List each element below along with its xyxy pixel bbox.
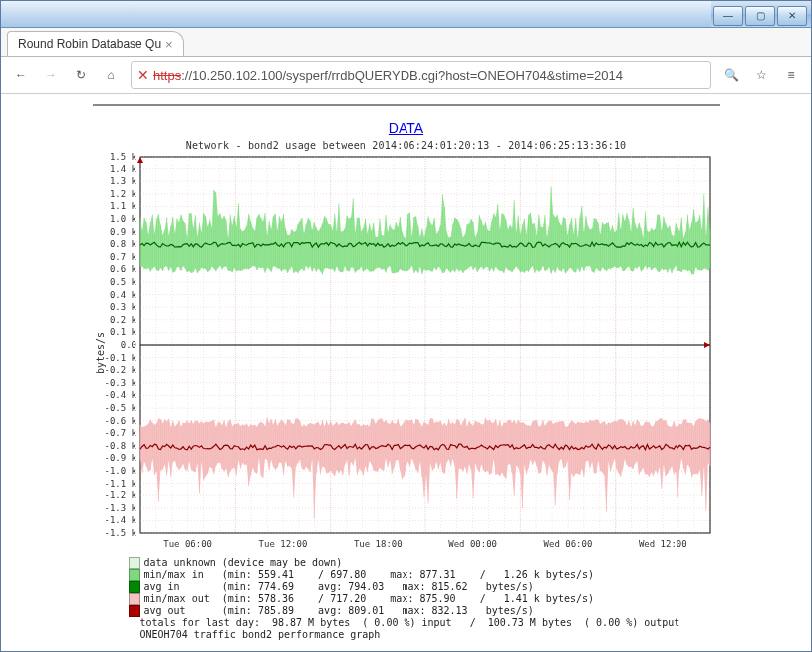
svg-text:0.6 k: 0.6 k [109, 264, 136, 274]
legend-swatch [129, 581, 140, 593]
chart-title: Network - bond2 usage between 2014:06:24… [93, 138, 720, 151]
svg-text:-1.2 k: -1.2 k [104, 490, 136, 500]
legend-line: totals for last day: 98.87 M bytes ( 0.0… [129, 617, 720, 629]
reload-button[interactable]: ↻ [71, 65, 91, 85]
svg-text:-0.3 k: -0.3 k [104, 378, 136, 388]
svg-text:1.3 k: 1.3 k [109, 176, 136, 186]
menu-icon[interactable]: ≡ [781, 65, 801, 85]
top-rule [93, 104, 720, 106]
browser-toolbar: ← → ↻ ⌂ ✕ https ://10.250.102.100/sysper… [1, 57, 811, 94]
legend-line: data unknown (device may be down) [129, 557, 720, 569]
svg-text:Wed 06:00: Wed 06:00 [543, 539, 592, 549]
legend-line: ONEOH704 traffic bond2 performance graph [129, 629, 720, 641]
svg-text:-0.1 k: -0.1 k [104, 353, 136, 363]
svg-text:1.2 k: 1.2 k [109, 189, 136, 199]
data-link[interactable]: DATA [389, 120, 423, 136]
tab-strip: Round Robin Database Qu × [1, 28, 811, 57]
svg-text:-1.0 k: -1.0 k [104, 466, 136, 476]
legend-swatch [129, 593, 140, 605]
svg-text:-0.8 k: -0.8 k [104, 441, 136, 451]
svg-text:Tue 06:00: Tue 06:00 [163, 539, 212, 549]
svg-text:0.7 k: 0.7 k [109, 252, 136, 262]
svg-text:0.9 k: 0.9 k [109, 227, 136, 237]
legend-text: totals for last day: 98.87 M bytes ( 0.0… [129, 617, 680, 628]
svg-text:Wed 00:00: Wed 00:00 [448, 539, 497, 549]
svg-text:0.4 k: 0.4 k [109, 290, 136, 300]
svg-text:-1.3 k: -1.3 k [104, 503, 136, 513]
svg-text:-1.1 k: -1.1 k [104, 479, 136, 489]
url-rest: ://10.250.102.100/sysperf/rrdbQUERYDB.cg… [181, 68, 623, 83]
svg-text:1.0 k: 1.0 k [109, 214, 136, 224]
svg-text:1.5 k: 1.5 k [109, 153, 136, 162]
svg-text:1.1 k: 1.1 k [109, 201, 136, 211]
tab-rrdb[interactable]: Round Robin Database Qu × [7, 31, 184, 56]
window-close-button[interactable]: ✕ [777, 6, 807, 26]
svg-text:-0.5 k: -0.5 k [104, 403, 136, 413]
legend-line: avg in (min: 774.69 avg: 794.03 max: 815… [129, 581, 720, 593]
svg-text:-0.2 k: -0.2 k [104, 365, 136, 375]
svg-text:0.1 k: 0.1 k [109, 327, 136, 337]
window-maximize-button[interactable]: ▢ [745, 6, 775, 26]
svg-text:0.3 k: 0.3 k [109, 302, 136, 312]
y-axis-label: bytes/s [94, 332, 105, 374]
svg-text:0.5 k: 0.5 k [109, 277, 136, 287]
bookmark-icon[interactable]: ☆ [751, 65, 771, 85]
svg-text:-0.9 k: -0.9 k [104, 453, 136, 463]
legend-text: avg in (min: 774.69 avg: 794.03 max: 815… [144, 581, 534, 592]
legend-line: min/max in (min: 559.41 / 697.80 max: 87… [129, 569, 720, 581]
svg-text:0.0: 0.0 [120, 340, 135, 350]
back-button[interactable]: ← [11, 65, 31, 85]
legend-line: avg out (min: 785.89 avg: 809.01 max: 83… [129, 605, 720, 617]
svg-text:Tue 18:00: Tue 18:00 [353, 539, 402, 549]
legend-text: min/max in (min: 559.41 / 697.80 max: 87… [144, 569, 595, 580]
window-minimize-button[interactable]: — [713, 6, 743, 26]
svg-text:-1.5 k: -1.5 k [104, 528, 136, 538]
svg-text:0.2 k: 0.2 k [109, 315, 136, 325]
legend-swatch [129, 557, 140, 569]
legend-text: avg out (min: 785.89 avg: 809.01 max: 83… [144, 605, 534, 616]
legend-swatch [129, 569, 140, 581]
svg-text:1.4 k: 1.4 k [109, 164, 136, 174]
svg-text:-0.7 k: -0.7 k [104, 428, 136, 438]
graph-box: Network - bond2 usage between 2014:06:24… [93, 138, 720, 641]
svg-text:-0.6 k: -0.6 k [104, 416, 136, 426]
svg-text:Wed 12:00: Wed 12:00 [638, 539, 686, 549]
legend-text: min/max out (min: 578.36 / 717.20 max: 8… [144, 593, 595, 604]
insecure-icon: ✕ [137, 67, 149, 83]
tab-close-icon[interactable]: × [165, 37, 177, 49]
svg-text:Tue 12:00: Tue 12:00 [258, 539, 307, 549]
window-titlebar: — ▢ ✕ [1, 1, 811, 28]
url-scheme: https [153, 68, 181, 83]
chart-legend: data unknown (device may be down)min/max… [93, 557, 720, 641]
forward-button[interactable]: → [41, 65, 61, 85]
browser-window: — ▢ ✕ Round Robin Database Qu × ← → ↻ ⌂ … [0, 0, 812, 652]
address-bar[interactable]: ✕ https ://10.250.102.100/sysperf/rrdbQU… [131, 61, 711, 89]
svg-text:0.8 k: 0.8 k [109, 239, 136, 249]
tab-title: Round Robin Database Qu [18, 37, 161, 51]
svg-text:-1.4 k: -1.4 k [104, 515, 136, 525]
search-icon[interactable]: 🔍 [721, 65, 741, 85]
legend-text: ONEOH704 traffic bond2 performance graph [129, 629, 381, 640]
legend-line: min/max out (min: 578.36 / 717.20 max: 8… [129, 593, 720, 605]
legend-swatch [129, 605, 140, 617]
page-content[interactable]: DATA Network - bond2 usage between 2014:… [1, 94, 811, 651]
svg-text:-0.4 k: -0.4 k [104, 390, 136, 400]
network-chart: -1.5 k-1.4 k-1.3 k-1.2 k-1.1 k-1.0 k-0.9… [93, 153, 720, 553]
legend-text: data unknown (device may be down) [144, 557, 343, 568]
home-button[interactable]: ⌂ [101, 65, 121, 85]
